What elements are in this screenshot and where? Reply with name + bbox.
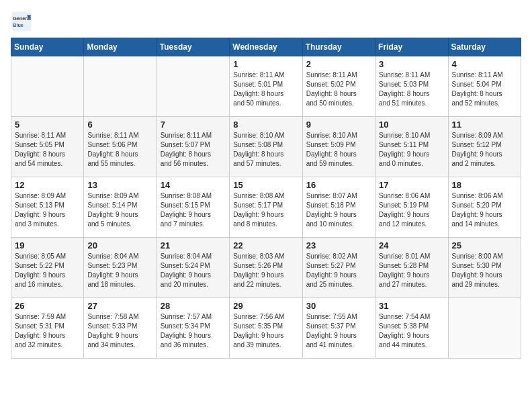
- header-row: SundayMondayTuesdayWednesdayThursdayFrid…: [11, 38, 521, 56]
- calendar-cell: [448, 298, 521, 359]
- header-cell-monday: Monday: [84, 38, 157, 56]
- day-number: 8: [233, 120, 298, 130]
- day-info: Sunrise: 8:11 AM Sunset: 5:05 PM Dayligh…: [15, 131, 80, 169]
- day-number: 31: [379, 301, 444, 311]
- day-info: Sunrise: 7:56 AM Sunset: 5:35 PM Dayligh…: [233, 312, 298, 350]
- day-info: Sunrise: 7:59 AM Sunset: 5:31 PM Dayligh…: [15, 312, 80, 350]
- day-number: 27: [87, 301, 152, 311]
- day-info: Sunrise: 8:04 AM Sunset: 5:23 PM Dayligh…: [87, 252, 152, 289]
- svg-text:Blue: Blue: [13, 22, 24, 28]
- day-info: Sunrise: 7:54 AM Sunset: 5:38 PM Dayligh…: [379, 312, 444, 350]
- calendar-cell: 10Sunrise: 8:10 AM Sunset: 5:11 PM Dayli…: [375, 117, 448, 177]
- day-info: Sunrise: 8:09 AM Sunset: 5:14 PM Dayligh…: [87, 191, 152, 229]
- day-info: Sunrise: 8:03 AM Sunset: 5:26 PM Dayligh…: [233, 252, 298, 289]
- header-cell-friday: Friday: [375, 38, 448, 56]
- calendar-cell: 6Sunrise: 8:11 AM Sunset: 5:06 PM Daylig…: [84, 117, 157, 177]
- calendar-cell: 1Sunrise: 8:11 AM Sunset: 5:01 PM Daylig…: [230, 56, 302, 117]
- day-number: 4: [452, 59, 517, 69]
- calendar-cell: 26Sunrise: 7:59 AM Sunset: 5:31 PM Dayli…: [11, 298, 84, 359]
- calendar-cell: 22Sunrise: 8:03 AM Sunset: 5:26 PM Dayli…: [230, 238, 302, 298]
- day-info: Sunrise: 7:57 AM Sunset: 5:34 PM Dayligh…: [161, 312, 226, 350]
- calendar-cell: 16Sunrise: 8:07 AM Sunset: 5:18 PM Dayli…: [302, 177, 375, 238]
- day-number: 2: [306, 59, 371, 69]
- calendar-table: SundayMondayTuesdayWednesdayThursdayFrid…: [11, 38, 521, 359]
- day-number: 5: [15, 120, 80, 130]
- week-row-5: 26Sunrise: 7:59 AM Sunset: 5:31 PM Dayli…: [11, 298, 521, 359]
- header-cell-saturday: Saturday: [448, 38, 521, 56]
- day-number: 20: [87, 240, 152, 250]
- day-info: Sunrise: 8:06 AM Sunset: 5:20 PM Dayligh…: [452, 191, 517, 229]
- calendar-cell: 5Sunrise: 8:11 AM Sunset: 5:05 PM Daylig…: [11, 117, 84, 177]
- day-number: 29: [233, 301, 298, 311]
- day-number: 9: [306, 120, 371, 130]
- week-row-3: 12Sunrise: 8:09 AM Sunset: 5:13 PM Dayli…: [11, 177, 521, 238]
- calendar-cell: [11, 56, 84, 117]
- header-cell-thursday: Thursday: [302, 38, 375, 56]
- day-info: Sunrise: 7:55 AM Sunset: 5:37 PM Dayligh…: [306, 312, 371, 350]
- calendar-cell: 4Sunrise: 8:11 AM Sunset: 5:04 PM Daylig…: [448, 56, 521, 117]
- calendar-cell: 17Sunrise: 8:06 AM Sunset: 5:19 PM Dayli…: [375, 177, 448, 238]
- day-info: Sunrise: 8:06 AM Sunset: 5:19 PM Dayligh…: [379, 191, 444, 229]
- day-number: 17: [379, 180, 444, 190]
- day-info: Sunrise: 8:08 AM Sunset: 5:17 PM Dayligh…: [233, 191, 298, 229]
- calendar-cell: 25Sunrise: 8:00 AM Sunset: 5:30 PM Dayli…: [448, 238, 521, 298]
- day-number: 18: [452, 180, 517, 190]
- calendar-cell: 3Sunrise: 8:11 AM Sunset: 5:03 PM Daylig…: [375, 56, 448, 117]
- day-info: Sunrise: 8:11 AM Sunset: 5:04 PM Dayligh…: [452, 71, 517, 108]
- calendar-cell: 15Sunrise: 8:08 AM Sunset: 5:17 PM Dayli…: [230, 177, 302, 238]
- calendar-cell: 7Sunrise: 8:11 AM Sunset: 5:07 PM Daylig…: [157, 117, 229, 177]
- calendar-cell: [84, 56, 157, 117]
- day-number: 7: [161, 120, 226, 130]
- day-number: 13: [87, 180, 152, 190]
- day-number: 12: [15, 180, 80, 190]
- calendar-cell: 30Sunrise: 7:55 AM Sunset: 5:37 PM Dayli…: [302, 298, 375, 359]
- day-number: 28: [161, 301, 226, 311]
- header: General Blue: [11, 11, 521, 32]
- calendar-cell: 8Sunrise: 8:10 AM Sunset: 5:08 PM Daylig…: [230, 117, 302, 177]
- calendar-cell: 21Sunrise: 8:04 AM Sunset: 5:24 PM Dayli…: [157, 238, 229, 298]
- day-info: Sunrise: 8:09 AM Sunset: 5:12 PM Dayligh…: [452, 131, 517, 169]
- calendar-cell: 12Sunrise: 8:09 AM Sunset: 5:13 PM Dayli…: [11, 177, 84, 238]
- day-info: Sunrise: 8:09 AM Sunset: 5:13 PM Dayligh…: [15, 191, 80, 229]
- day-number: 1: [233, 59, 298, 69]
- day-number: 3: [379, 59, 444, 69]
- day-info: Sunrise: 7:58 AM Sunset: 5:33 PM Dayligh…: [87, 312, 152, 350]
- day-info: Sunrise: 8:11 AM Sunset: 5:01 PM Dayligh…: [233, 71, 298, 108]
- day-number: 22: [233, 240, 298, 250]
- day-number: 6: [87, 120, 152, 130]
- day-info: Sunrise: 8:07 AM Sunset: 5:18 PM Dayligh…: [306, 191, 371, 229]
- week-row-4: 19Sunrise: 8:05 AM Sunset: 5:22 PM Dayli…: [11, 238, 521, 298]
- logo-icon: General Blue: [11, 11, 32, 32]
- day-number: 25: [452, 240, 517, 250]
- header-cell-sunday: Sunday: [11, 38, 84, 56]
- calendar-cell: 23Sunrise: 8:02 AM Sunset: 5:27 PM Dayli…: [302, 238, 375, 298]
- week-row-2: 5Sunrise: 8:11 AM Sunset: 5:05 PM Daylig…: [11, 117, 521, 177]
- week-row-1: 1Sunrise: 8:11 AM Sunset: 5:01 PM Daylig…: [11, 56, 521, 117]
- day-info: Sunrise: 8:11 AM Sunset: 5:07 PM Dayligh…: [161, 131, 226, 169]
- calendar-header: SundayMondayTuesdayWednesdayThursdayFrid…: [11, 38, 521, 56]
- day-info: Sunrise: 8:02 AM Sunset: 5:27 PM Dayligh…: [306, 252, 371, 289]
- calendar-cell: 29Sunrise: 7:56 AM Sunset: 5:35 PM Dayli…: [230, 298, 302, 359]
- day-number: 16: [306, 180, 371, 190]
- day-info: Sunrise: 8:11 AM Sunset: 5:02 PM Dayligh…: [306, 71, 371, 108]
- day-number: 24: [379, 240, 444, 250]
- day-info: Sunrise: 8:08 AM Sunset: 5:15 PM Dayligh…: [161, 191, 226, 229]
- calendar-cell: 13Sunrise: 8:09 AM Sunset: 5:14 PM Dayli…: [84, 177, 157, 238]
- day-number: 10: [379, 120, 444, 130]
- header-cell-wednesday: Wednesday: [230, 38, 302, 56]
- header-cell-tuesday: Tuesday: [157, 38, 229, 56]
- day-info: Sunrise: 8:10 AM Sunset: 5:11 PM Dayligh…: [379, 131, 444, 169]
- calendar-cell: [157, 56, 229, 117]
- calendar-cell: 28Sunrise: 7:57 AM Sunset: 5:34 PM Dayli…: [157, 298, 229, 359]
- day-number: 26: [15, 301, 80, 311]
- logo: General Blue: [11, 11, 35, 32]
- day-info: Sunrise: 8:01 AM Sunset: 5:28 PM Dayligh…: [379, 252, 444, 289]
- day-number: 11: [452, 120, 517, 130]
- day-info: Sunrise: 8:05 AM Sunset: 5:22 PM Dayligh…: [15, 252, 80, 289]
- calendar-cell: 11Sunrise: 8:09 AM Sunset: 5:12 PM Dayli…: [448, 117, 521, 177]
- calendar-cell: 18Sunrise: 8:06 AM Sunset: 5:20 PM Dayli…: [448, 177, 521, 238]
- calendar-cell: 9Sunrise: 8:10 AM Sunset: 5:09 PM Daylig…: [302, 117, 375, 177]
- day-number: 19: [15, 240, 80, 250]
- day-info: Sunrise: 8:11 AM Sunset: 5:06 PM Dayligh…: [87, 131, 152, 169]
- calendar-body: 1Sunrise: 8:11 AM Sunset: 5:01 PM Daylig…: [11, 56, 521, 359]
